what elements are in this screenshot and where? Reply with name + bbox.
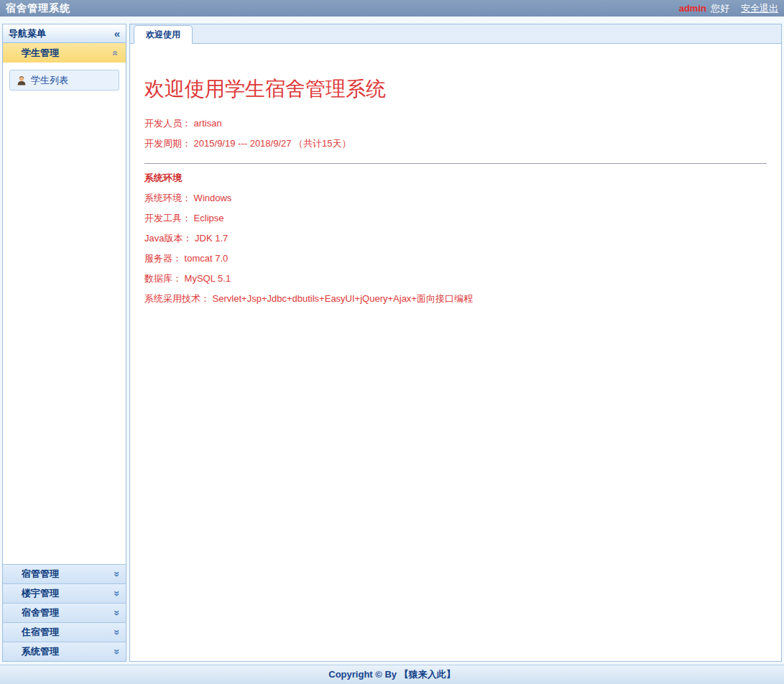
chevron-down-icon: « bbox=[111, 629, 121, 635]
accordion-panel-system[interactable]: 系统管理 « bbox=[3, 642, 126, 661]
accordion-panel-buildings[interactable]: 楼宇管理 « bbox=[3, 583, 126, 603]
sidebar-title: 导航菜单 bbox=[9, 27, 46, 40]
chevron-up-icon: « bbox=[111, 50, 121, 56]
student-icon bbox=[16, 75, 27, 86]
accordion-menu: 学生管理 « 学生列表 宿管管理 « 楼宇管理 « bbox=[3, 43, 126, 661]
copyright-text: Copyright © By 【猿来入此】 bbox=[328, 668, 455, 681]
page-title: 欢迎使用学生宿舍管理系统 bbox=[144, 75, 767, 103]
accordion-panel-dorm-managers[interactable]: 宿管管理 « bbox=[3, 564, 126, 583]
env-section-title: 系统环境 bbox=[144, 168, 767, 188]
accordion-panel-label: 楼宇管理 bbox=[22, 587, 59, 600]
menu-item-student-list[interactable]: 学生列表 bbox=[9, 70, 119, 91]
sidebar-collapse-icon[interactable]: « bbox=[114, 28, 120, 39]
logout-link[interactable]: 安全退出 bbox=[741, 2, 778, 15]
dev-info-line: 开发人员： artisan bbox=[144, 114, 767, 134]
tabs-header: 欢迎使用 bbox=[130, 24, 781, 44]
env-info-line: Java版本： JDK 1.7 bbox=[144, 228, 767, 249]
accordion-panel-label: 宿管管理 bbox=[22, 568, 59, 581]
greeting-text: 您好 bbox=[711, 2, 729, 15]
sidebar-header: 导航菜单 « bbox=[3, 24, 126, 43]
env-info-line: 系统环境： Windows bbox=[144, 188, 767, 208]
env-info-line: 开发工具： Eclipse bbox=[144, 208, 767, 228]
divider bbox=[144, 163, 767, 164]
accordion-panel-label: 系统管理 bbox=[22, 645, 59, 658]
username: admin bbox=[679, 3, 706, 14]
accordion-panel-label: 住宿管理 bbox=[22, 626, 59, 639]
env-info-line: 系统采用技术： Servlet+Jsp+Jdbc+dbutils+EasyUI+… bbox=[144, 289, 767, 309]
accordion-panel-label: 学生管理 bbox=[22, 47, 59, 60]
chevron-down-icon: « bbox=[111, 571, 121, 577]
header-user-area: admin 您好 安全退出 bbox=[679, 2, 778, 15]
top-header: 宿舍管理系统 admin 您好 安全退出 bbox=[0, 0, 784, 17]
main-panel: 欢迎使用 欢迎使用学生宿舍管理系统 开发人员： artisan 开发周期： 20… bbox=[129, 24, 782, 662]
sidebar: 导航菜单 « 学生管理 « 学生列表 宿管管理 « bbox=[2, 24, 126, 662]
welcome-content: 欢迎使用学生宿舍管理系统 开发人员： artisan 开发周期： 2015/9/… bbox=[130, 44, 781, 661]
chevron-down-icon: « bbox=[111, 649, 121, 655]
tab-welcome[interactable]: 欢迎使用 bbox=[134, 25, 193, 44]
chevron-down-icon: « bbox=[111, 610, 121, 616]
env-info-line: 服务器： tomcat 7.0 bbox=[144, 249, 767, 269]
menu-item-label: 学生列表 bbox=[31, 74, 68, 87]
chevron-down-icon: « bbox=[111, 591, 121, 596]
dev-info-line: 开发周期： 2015/9/19 --- 2018/9/27 （共计15天） bbox=[144, 134, 767, 154]
app-title: 宿舍管理系统 bbox=[6, 2, 70, 15]
page-footer: Copyright © By 【猿来入此】 bbox=[0, 665, 784, 684]
accordion-panel-students[interactable]: 学生管理 « bbox=[3, 43, 126, 63]
dev-info-block: 开发人员： artisan 开发周期： 2015/9/19 --- 2018/9… bbox=[144, 114, 767, 154]
env-info-line: 数据库： MySQL 5.1 bbox=[144, 269, 767, 289]
accordion-panel-accommodation[interactable]: 住宿管理 « bbox=[3, 622, 126, 642]
accordion-panel-label: 宿舍管理 bbox=[22, 606, 59, 619]
accordion-panel-body: 学生列表 bbox=[3, 63, 126, 564]
workspace: 导航菜单 « 学生管理 « 学生列表 宿管管理 « bbox=[2, 24, 782, 662]
accordion-panel-dormitories[interactable]: 宿舍管理 « bbox=[3, 603, 126, 622]
